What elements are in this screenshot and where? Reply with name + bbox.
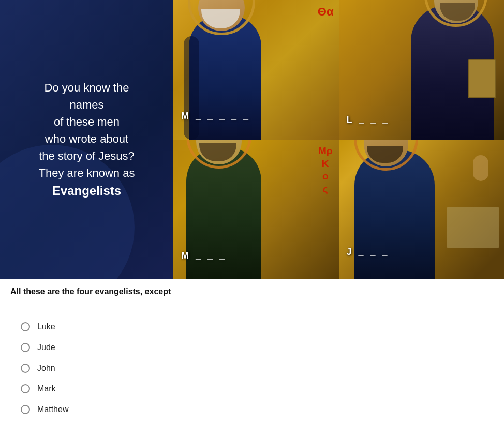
answer-label-jude: Jude (37, 343, 55, 352)
answer-label-mark: Mark (37, 384, 56, 393)
answer-option-luke[interactable]: Luke (21, 322, 494, 331)
image-bottom-right: J _ _ _ (339, 140, 505, 279)
image-top-right: L _ _ _ (339, 0, 505, 140)
image-label-2: L _ _ _ (347, 114, 390, 125)
radio-matthew[interactable] (21, 405, 30, 414)
answer-label-luke: Luke (37, 322, 55, 331)
greek-text-1: Θα (318, 5, 334, 19)
text-line1: Do you know the (45, 81, 129, 94)
radio-john[interactable] (21, 364, 30, 373)
left-panel: Do you know the names of these men who w… (0, 0, 173, 279)
text-bold: Evangelists (52, 184, 121, 198)
text-line4: who wrote about (45, 132, 128, 145)
radio-jude[interactable] (21, 343, 30, 352)
left-panel-text: Do you know the names of these men who w… (23, 69, 151, 210)
question-text: All these are the four evangelists, exce… (10, 287, 175, 296)
answer-option-john[interactable]: John (21, 364, 494, 373)
radio-mark[interactable] (21, 384, 30, 393)
text-line6: They are known as (39, 166, 135, 179)
main-container: Do you know the names of these men who w… (0, 0, 504, 425)
greek-text-3: ΜρΚος (318, 145, 333, 196)
image-label-4: J _ _ _ (347, 247, 390, 258)
answer-label-john: John (37, 364, 55, 373)
answer-option-matthew[interactable]: Matthew (21, 405, 494, 414)
text-line3: of these men (54, 115, 120, 128)
answer-label-matthew: Matthew (37, 405, 68, 414)
image-top-left: Θα M _ _ _ _ _ (173, 0, 339, 140)
image-bottom-left: ΜρΚος M _ _ _ (173, 140, 339, 279)
text-line2: names (69, 98, 103, 111)
answer-option-jude[interactable]: Jude (21, 343, 494, 352)
radio-luke[interactable] (21, 322, 30, 331)
top-section: Do you know the names of these men who w… (0, 0, 504, 279)
text-line5: the story of Jesus? (39, 149, 135, 162)
answer-option-mark[interactable]: Mark (21, 384, 494, 393)
answers-section: Luke Jude John Mark Matthew (0, 312, 504, 425)
image-label-1: M _ _ _ _ _ (181, 111, 250, 122)
image-label-3: M _ _ _ (181, 250, 227, 261)
image-grid: Θα M _ _ _ _ _ L _ _ _ (173, 0, 504, 279)
question-section: All these are the four evangelists, exce… (0, 279, 504, 301)
